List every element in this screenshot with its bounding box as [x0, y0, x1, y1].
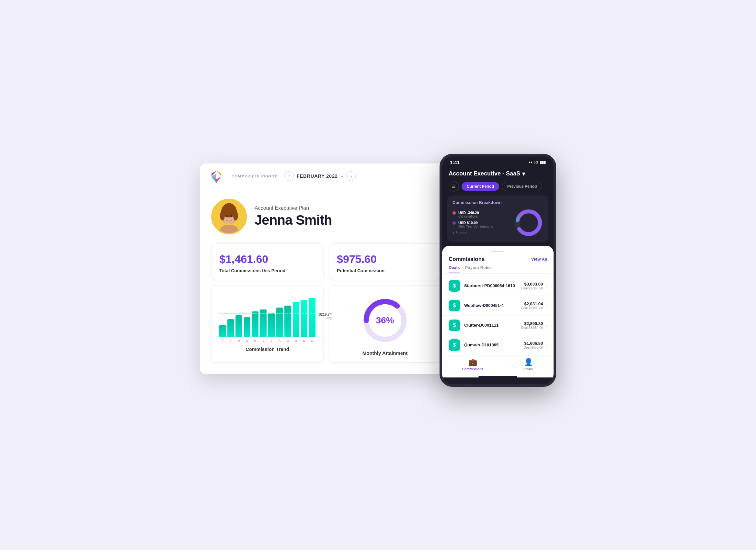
commissions-icon: 💼: [468, 358, 477, 366]
deal-name-2: Webflow-D000451-4: [464, 303, 521, 308]
nav-commissions-label: Commissions: [462, 367, 484, 371]
x-label-O: O: [293, 339, 299, 342]
svg-point-13: [231, 215, 233, 217]
view-all-link[interactable]: View All: [531, 257, 547, 262]
nav-profile-label: Profile: [523, 367, 533, 371]
bar-M: [235, 315, 242, 337]
x-label-N: N: [301, 339, 307, 342]
commission-period-label: COMMISSION PERIOD: [232, 174, 278, 178]
deal-row-3[interactable]: $ Clutter-D0001111 $2,890.80 Deal $3,850…: [442, 315, 554, 335]
x-label-A: A: [276, 339, 283, 342]
breakdown-item-text-1: USD -349.29 Cancellations: [458, 211, 479, 218]
bar-J: [219, 325, 226, 337]
deal-icon-1: $: [449, 280, 460, 292]
breakdown-dot-1: [452, 212, 456, 215]
chart-container: $216.74 Avg JFMAMJJASOND: [219, 294, 315, 342]
phone-sheet: Commissions View All Deals Payout Rules …: [442, 246, 554, 377]
status-time: 1:41: [450, 160, 460, 165]
bar-S: [284, 305, 291, 337]
period-dropdown-arrow[interactable]: ⌄: [340, 174, 344, 178]
deals-tab[interactable]: Deals: [449, 265, 460, 273]
plan-label: Account Executive Plan: [255, 205, 332, 211]
status-icons: ●● 5G ▮▮▮: [528, 160, 546, 165]
deals-tabs: Deals Payout Rules: [442, 264, 554, 274]
potential-commission-card: $975.60 Potential Commission: [329, 244, 441, 280]
signal-icon: ●● 5G: [528, 160, 538, 164]
svg-point-10: [220, 211, 225, 221]
deal-icon-4: $: [449, 339, 460, 351]
user-info: Account Executive Plan Jenna Smith: [255, 205, 332, 228]
nav-commissions[interactable]: 💼 Commissions: [462, 358, 484, 371]
svg-marker-0: [216, 171, 221, 177]
commission-trend-title: Commission Trend: [219, 346, 315, 352]
prev-period-button[interactable]: ‹: [284, 171, 294, 181]
avg-label: $216.74 Avg: [319, 312, 332, 320]
deal-icon-2: $: [449, 300, 460, 311]
desktop-header: COMMISSION PERIOD ‹ FEBRUARY 2022 ⌄ ›: [200, 164, 452, 189]
logo: [210, 169, 223, 183]
desktop-body: Account Executive Plan Jenna Smith $1,46…: [200, 189, 452, 374]
total-commissions-label: Total Commissions this Period: [219, 268, 315, 273]
commissions-title: Commissions: [449, 256, 485, 263]
payout-rules-tab[interactable]: Payout Rules: [465, 265, 492, 273]
x-label-S: S: [284, 339, 291, 342]
phone-app-header: Account Executive - SaaS ▾: [442, 168, 554, 181]
breakdown-card: Commission Breakdown USD -349.29 Cancell…: [447, 196, 548, 242]
deal-chevron-4: ›: [545, 342, 547, 348]
x-label-D: D: [309, 339, 315, 342]
battery-icon: ▮▮▮: [540, 160, 546, 165]
filter-button[interactable]: ☰: [449, 181, 459, 192]
svg-point-11: [233, 211, 238, 221]
bar-chart: [219, 298, 315, 337]
x-label-A: A: [244, 339, 250, 342]
bar-M: [252, 311, 258, 337]
commission-trend-card: $216.74 Avg JFMAMJJASOND Commission Tren…: [211, 285, 324, 362]
avg-text: Avg: [319, 316, 332, 320]
monthly-attainment-card: 36% Monthly Attainment: [329, 285, 441, 362]
potential-commission-value: $975.60: [337, 253, 433, 266]
nav-profile[interactable]: 👤 Profile: [523, 358, 533, 371]
user-section: Account Executive Plan Jenna Smith: [211, 199, 441, 235]
breakdown-item-2: USD 810.09 Multi Year Commissions: [452, 221, 514, 228]
deal-row-1[interactable]: $ Starburst-PD000054-1610 $3,033.60 Deal…: [442, 276, 554, 296]
deal-row-2[interactable]: $ Webflow-D000451-4 $2,031.04 Deal $8,00…: [442, 296, 554, 315]
total-commissions-value: $1,461.60: [219, 253, 315, 266]
profile-icon: 👤: [524, 358, 533, 366]
breakdown-items: USD -349.29 Cancellations USD 810.09 Mul…: [452, 211, 514, 235]
breakdown-title: Commission Breakdown: [452, 200, 543, 205]
period-label: FEBRUARY 2022: [297, 173, 338, 179]
scene: COMMISSION PERIOD ‹ FEBRUARY 2022 ⌄ ›: [200, 154, 556, 396]
svg-point-12: [226, 215, 228, 217]
next-period-button[interactable]: ›: [346, 171, 356, 181]
user-name: Jenna Smith: [255, 212, 332, 228]
deals-list: $ Starburst-PD000054-1610 $3,033.60 Deal…: [442, 276, 554, 355]
bar-N: [301, 300, 307, 337]
x-label-J: J: [268, 339, 275, 342]
stats-grid: $1,461.60 Total Commissions this Period …: [211, 244, 441, 362]
monthly-attainment-title: Monthly Attainment: [362, 350, 407, 356]
x-label-J: J: [260, 339, 267, 342]
mobile-phone: 1:41 ●● 5G ▮▮▮ Account Executive - SaaS …: [440, 154, 556, 387]
bar-J: [268, 313, 275, 337]
deal-chevron-2: ›: [545, 303, 547, 308]
more-link[interactable]: + 3 more ...: [452, 231, 514, 235]
bar-A: [276, 307, 283, 337]
title-dropdown-arrow[interactable]: ▾: [522, 170, 525, 178]
deal-row-4[interactable]: $ Qumulo-D101805 $1,606.80 Deal $450.00 …: [442, 335, 554, 355]
bottom-nav: 💼 Commissions 👤 Profile: [442, 355, 554, 375]
previous-period-tab[interactable]: Previous Period: [502, 182, 542, 191]
avg-value: $216.74: [319, 312, 332, 316]
deal-icon-3: $: [449, 319, 460, 331]
current-period-tab[interactable]: Current Period: [462, 182, 499, 191]
x-label-M: M: [252, 339, 258, 342]
period-nav: ‹ FEBRUARY 2022 ⌄ ›: [284, 171, 356, 181]
home-indicator: [478, 376, 517, 377]
deal-name-4: Qumulo-D101805: [464, 342, 524, 347]
x-label-M: M: [235, 339, 242, 342]
breakdown-item-text-2: USD 810.09 Multi Year Commissions: [458, 221, 493, 228]
deal-amounts-2: $2,031.04 Deal $8,000.00: [521, 301, 543, 310]
chart-x-labels: JFMAMJJASOND: [219, 339, 315, 342]
donut-percent: 36%: [376, 315, 394, 326]
bar-O: [293, 302, 299, 337]
potential-commission-label: Potential Commission: [337, 268, 433, 273]
